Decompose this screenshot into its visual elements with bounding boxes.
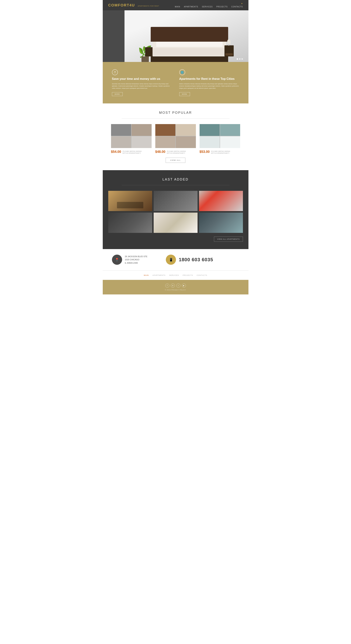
product-img-cell (220, 136, 240, 148)
footer-nav-services[interactable]: SERVICES (169, 274, 179, 276)
address-line-1: 28 JACKSON BLVD STE (125, 255, 148, 258)
footer: MAIN APARTMENTS SERVICES PROJECTS CONTAC… (103, 270, 248, 294)
product-img-cell (200, 136, 220, 148)
contact-bar: 📍 28 JACKSON BLVD STE 1020 CHICAGO IL 60… (103, 249, 248, 270)
globe-icon: 🌐 (179, 69, 185, 75)
gallery-inner-6 (199, 212, 243, 233)
hero-dot-3[interactable] (241, 58, 243, 60)
product-image-3[interactable] (200, 124, 240, 148)
product-1-desc: IPLICABO NERTAS SKERAS ERTYUS ERSERATFAS… (123, 150, 142, 154)
address-line-3: IL 60604-2340 (125, 262, 148, 265)
feature-col-2: 🌐 Apartments for Rent in these Top Citie… (179, 69, 239, 96)
footer-nav: MAIN APARTMENTS SERVICES PROJECTS CONTAC… (103, 270, 248, 280)
products-grid: $54.00 IPLICABO NERTAS SKERAS ERTYUS ERS… (108, 124, 243, 154)
product-img-cell (200, 124, 220, 136)
nightstand-right (224, 45, 234, 56)
last-added-section: LAST ADDED VIEW ALL APARTMENTS (103, 170, 248, 249)
product-card-2: $48.00 IPLICABO NERTAS SKERAS ERTYUS ERS… (155, 124, 196, 154)
gallery-grid (108, 191, 243, 233)
product-img-cell (220, 124, 240, 136)
product-card-3: $53.00 IPLICABO NERTAS SKERAS ERTYUS ERS… (200, 124, 240, 154)
product-3-price: $53.00 (200, 150, 210, 154)
contact-phone-number: 1800 603 6035 (179, 257, 213, 262)
bed-pillow (156, 41, 223, 47)
last-added-title: LAST ADDED (108, 178, 243, 182)
product-image-2[interactable] (155, 124, 196, 148)
phone-icon: 📱 (169, 258, 173, 262)
bed-headboard (151, 27, 228, 42)
footer-nav-contacts[interactable]: CONTACTS (197, 274, 207, 276)
product-image-1[interactable] (111, 124, 152, 148)
product-card-1: $54.00 IPLICABO NERTAS SKERAS ERTYUS ERS… (111, 124, 152, 154)
hero-slider-dots (237, 58, 243, 60)
gallery-item-4[interactable] (108, 212, 152, 233)
hero-dot-1[interactable] (237, 58, 238, 60)
nav-dropdown-arrow[interactable]: ▼ (241, 2, 243, 4)
social-icons-group: f in t ▶ (165, 284, 186, 288)
nav-item-apartments[interactable]: APARTMENTS (184, 6, 198, 8)
nav-item-main[interactable]: MAIN (175, 6, 180, 8)
product-img-cell (155, 124, 175, 136)
contact-address: 28 JACKSON BLVD STE 1020 CHICAGO IL 6060… (125, 255, 148, 265)
product-2-price: $48.00 (155, 150, 165, 154)
hero-section: 🌿 (103, 10, 248, 62)
product-img-cell (132, 136, 152, 148)
address-pair: 📍 28 JACKSON BLVD STE 1020 CHICAGO IL 60… (112, 254, 148, 265)
product-2-desc: IPLICABO NERTAS SKERAS ERTYUS ERSERATFAS… (167, 150, 186, 154)
view-all-button[interactable]: VIEW ALL (166, 158, 185, 163)
logo-subtitle: APARTMENTS FOR RENT (138, 5, 159, 7)
logo-main: COMFORT (108, 3, 130, 7)
product-2-price-row: $48.00 IPLICABO NERTAS SKERAS ERTYUS ERS… (155, 150, 196, 154)
footer-nav-apartments[interactable]: APARTMENTS (152, 274, 165, 276)
phone-icon-wrap: 📱 (166, 254, 176, 265)
feature-2-more-button[interactable]: MORE (179, 92, 190, 96)
gallery-item-5[interactable] (154, 212, 198, 233)
social-icon-twitter[interactable]: t (176, 284, 180, 288)
footer-nav-projects[interactable]: PROJECTS (183, 274, 193, 276)
nightstand-drawer (225, 53, 233, 56)
gallery-inner-3 (199, 191, 243, 211)
footer-copyright: © 2015 PRIVACY POLICY (165, 289, 186, 291)
plant-pot (141, 56, 149, 62)
view-all-apartments-button[interactable]: VIEW ALL APARTMENTS (214, 236, 243, 242)
product-img-cell (176, 136, 196, 148)
gallery-item-2[interactable] (154, 191, 198, 211)
feature-1-body: Serertas erta mioras deloreas fertasetas… (112, 83, 172, 90)
features-section: ⏱ Save your time and money with us Serer… (103, 62, 248, 104)
social-icon-facebook[interactable]: f (165, 284, 169, 288)
feature-1-more-button[interactable]: MORE (112, 92, 123, 96)
gallery-item-3[interactable] (199, 191, 243, 211)
product-1-price: $54.00 (111, 150, 121, 154)
gallery-inner-1 (108, 191, 152, 211)
lamp (226, 39, 231, 46)
logo-accent: 4U (130, 3, 135, 7)
bed-duvet (153, 48, 226, 56)
gallery-inner-4 (108, 212, 152, 233)
footer-nav-main[interactable]: MAIN (144, 274, 149, 276)
product-3-price-row: $53.00 IPLICABO NERTAS SKERAS ERTYUS ERS… (200, 150, 240, 154)
location-icon: 📍 (115, 258, 119, 262)
gallery-inner-2 (154, 191, 198, 211)
feature-2-title: Apartments for Rent in these Top Cities (179, 77, 239, 81)
time-icon: ⏱ (112, 69, 118, 75)
bed-mattress (153, 40, 226, 56)
social-icon-youtube[interactable]: ▶ (182, 284, 186, 288)
social-icon-linkedin[interactable]: in (171, 284, 175, 288)
nav-item-services[interactable]: SERVICES (202, 6, 213, 8)
product-img-cell (176, 124, 196, 136)
main-nav: MAIN APARTMENTS SERVICES PROJECTS CONTAC… (175, 6, 243, 8)
gallery-item-1[interactable] (108, 191, 152, 211)
gallery-inner-5 (154, 212, 198, 233)
product-1-price-row: $54.00 IPLICABO NERTAS SKERAS ERTYUS ERS… (111, 150, 152, 154)
hero-dot-2[interactable] (239, 58, 240, 60)
most-popular-title: MOST POPULAR (108, 111, 243, 115)
nav-item-projects[interactable]: PROJECTS (216, 6, 228, 8)
feature-1-title: Save your time and money with us (112, 77, 172, 81)
location-icon-wrap: 📍 (112, 254, 122, 265)
site-logo: COMFORT4U APARTMENTS FOR RENT (108, 3, 159, 7)
nav-item-contacts[interactable]: CONTACTS (231, 6, 243, 8)
site-header: COMFORT4U APARTMENTS FOR RENT ▼ MAIN APA… (103, 0, 248, 10)
gallery-item-6[interactable] (199, 212, 243, 233)
product-img-cell (111, 124, 131, 136)
product-img-cell (132, 124, 152, 136)
